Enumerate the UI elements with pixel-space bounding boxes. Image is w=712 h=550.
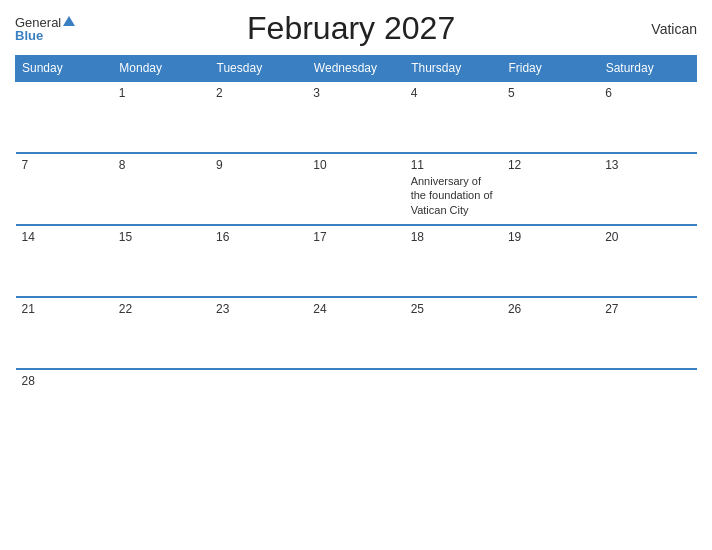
- table-row: 19: [502, 225, 599, 297]
- table-row: 14: [16, 225, 113, 297]
- day-number: 27: [605, 302, 690, 316]
- day-number: 14: [22, 230, 107, 244]
- calendar-table: Sunday Monday Tuesday Wednesday Thursday…: [15, 55, 697, 441]
- day-number: 10: [313, 158, 398, 172]
- calendar-header-row: Sunday Monday Tuesday Wednesday Thursday…: [16, 56, 697, 82]
- table-row: 6: [599, 81, 696, 153]
- day-number: 24: [313, 302, 398, 316]
- table-row: 9: [210, 153, 307, 225]
- table-row: [16, 81, 113, 153]
- day-number: 26: [508, 302, 593, 316]
- table-row: 22: [113, 297, 210, 369]
- calendar-week-row: 14151617181920: [16, 225, 697, 297]
- table-row: [405, 369, 502, 441]
- table-row: 13: [599, 153, 696, 225]
- day-number: 19: [508, 230, 593, 244]
- calendar-week-row: 7891011Anniversary of the foundation of …: [16, 153, 697, 225]
- day-number: 16: [216, 230, 301, 244]
- day-number: 11: [411, 158, 496, 172]
- day-number: 23: [216, 302, 301, 316]
- table-row: 18: [405, 225, 502, 297]
- table-row: 21: [16, 297, 113, 369]
- table-row: 17: [307, 225, 404, 297]
- logo-blue-text: Blue: [15, 29, 75, 42]
- day-number: 3: [313, 86, 398, 100]
- table-row: 24: [307, 297, 404, 369]
- day-number: 22: [119, 302, 204, 316]
- logo-triangle-icon: [63, 16, 75, 26]
- day-number: 5: [508, 86, 593, 100]
- col-saturday: Saturday: [599, 56, 696, 82]
- table-row: 25: [405, 297, 502, 369]
- table-row: 27: [599, 297, 696, 369]
- day-number: 8: [119, 158, 204, 172]
- table-row: 7: [16, 153, 113, 225]
- day-number: 25: [411, 302, 496, 316]
- table-row: 16: [210, 225, 307, 297]
- day-number: 28: [22, 374, 107, 388]
- day-number: 12: [508, 158, 593, 172]
- calendar-week-row: 21222324252627: [16, 297, 697, 369]
- table-row: 1: [113, 81, 210, 153]
- calendar-title: February 2027: [75, 10, 627, 47]
- day-number: 20: [605, 230, 690, 244]
- calendar-week-row: 123456: [16, 81, 697, 153]
- table-row: 3: [307, 81, 404, 153]
- table-row: 2: [210, 81, 307, 153]
- calendar-page: General Blue February 2027 Vatican Sunda…: [0, 0, 712, 550]
- day-number: 13: [605, 158, 690, 172]
- day-number: 6: [605, 86, 690, 100]
- day-number: 7: [22, 158, 107, 172]
- day-number: 9: [216, 158, 301, 172]
- event-label: Anniversary of the foundation of Vatican…: [411, 175, 493, 216]
- table-row: 10: [307, 153, 404, 225]
- day-number: 17: [313, 230, 398, 244]
- day-number: 4: [411, 86, 496, 100]
- table-row: [502, 369, 599, 441]
- table-row: 20: [599, 225, 696, 297]
- table-row: 11Anniversary of the foundation of Vatic…: [405, 153, 502, 225]
- col-tuesday: Tuesday: [210, 56, 307, 82]
- table-row: [113, 369, 210, 441]
- table-row: 12: [502, 153, 599, 225]
- logo-general-text: General: [15, 16, 61, 29]
- table-row: 8: [113, 153, 210, 225]
- col-monday: Monday: [113, 56, 210, 82]
- table-row: [210, 369, 307, 441]
- country-label: Vatican: [627, 21, 697, 37]
- col-sunday: Sunday: [16, 56, 113, 82]
- col-friday: Friday: [502, 56, 599, 82]
- calendar-week-row: 28: [16, 369, 697, 441]
- day-number: 2: [216, 86, 301, 100]
- day-number: 18: [411, 230, 496, 244]
- col-thursday: Thursday: [405, 56, 502, 82]
- table-row: 5: [502, 81, 599, 153]
- table-row: [307, 369, 404, 441]
- table-row: 15: [113, 225, 210, 297]
- table-row: 23: [210, 297, 307, 369]
- table-row: 26: [502, 297, 599, 369]
- day-number: 21: [22, 302, 107, 316]
- day-number: 15: [119, 230, 204, 244]
- table-row: 4: [405, 81, 502, 153]
- table-row: [599, 369, 696, 441]
- day-number: 1: [119, 86, 204, 100]
- calendar-header: General Blue February 2027 Vatican: [15, 10, 697, 47]
- logo: General Blue: [15, 16, 75, 42]
- col-wednesday: Wednesday: [307, 56, 404, 82]
- table-row: 28: [16, 369, 113, 441]
